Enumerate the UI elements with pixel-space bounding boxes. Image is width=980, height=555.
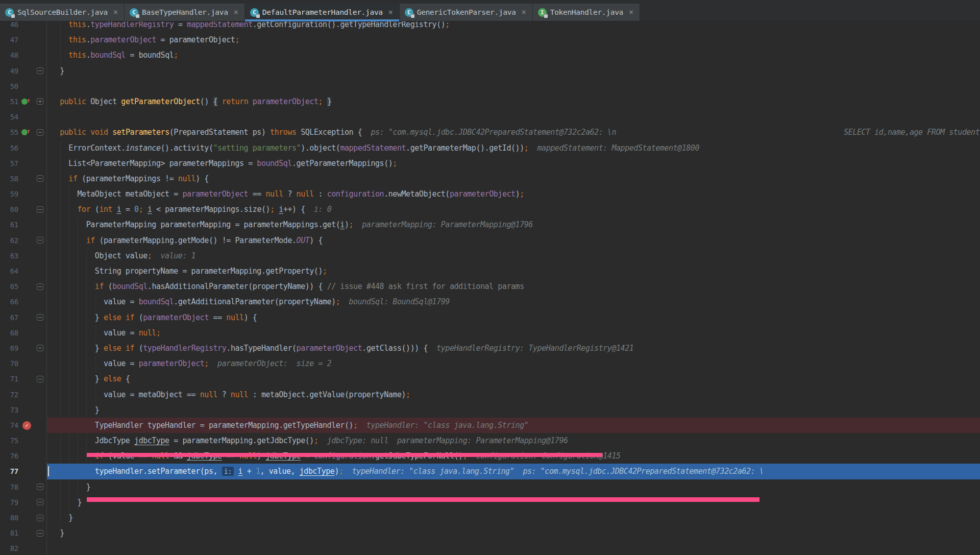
code-line-71[interactable]: 71− } else { xyxy=(0,371,980,387)
code-line-75[interactable]: 75 JdbcType jdbcType = parameterMapping.… xyxy=(0,433,980,448)
code-line-67[interactable]: 67− } else if (parameterObject == null) … xyxy=(0,310,980,325)
line-number[interactable]: 54 xyxy=(0,109,19,125)
code-line-82[interactable]: 82 xyxy=(0,541,980,555)
tab-sqlsourcebuilder-java[interactable]: CSqlSourceBuilder.java× xyxy=(0,4,125,21)
code-line-64[interactable]: 64 String propertyName = parameterMappin… xyxy=(0,263,980,279)
line-number[interactable]: 46 xyxy=(0,21,19,32)
override-method-icon[interactable]: ↑ xyxy=(19,94,35,109)
code-line-56[interactable]: 56 ErrorContext.instance().activity("set… xyxy=(0,140,980,156)
line-number[interactable]: 60 xyxy=(0,202,19,217)
line-number[interactable]: 57 xyxy=(0,156,19,171)
code-line-46[interactable]: 46 this.typeHandlerRegistry = mappedStat… xyxy=(0,21,980,32)
fold-start-icon[interactable]: − xyxy=(35,171,47,186)
tab-basetypehandler-java[interactable]: CBaseTypeHandler.java× xyxy=(125,4,245,21)
line-number[interactable]: 69 xyxy=(0,341,19,356)
fold-end-icon[interactable]: − xyxy=(35,495,47,510)
code-line-72[interactable]: 72 value = metaObject == null ? null : m… xyxy=(0,387,980,402)
code-line-68[interactable]: 68 value = null; xyxy=(0,325,980,341)
code-line-59[interactable]: 59 MetaObject metaObject = parameterObje… xyxy=(0,186,980,202)
line-number[interactable]: 61 xyxy=(0,217,19,232)
code-text[interactable]: List<ParameterMapping> parameterMappings… xyxy=(47,156,980,171)
code-text[interactable]: Object value; value: 1 xyxy=(47,248,980,263)
code-line-54[interactable]: 54 xyxy=(0,109,980,125)
code-text[interactable]: } else { xyxy=(47,371,980,387)
code-text[interactable]: String propertyName = parameterMapping.g… xyxy=(47,263,980,279)
code-line-62[interactable]: 62− if (parameterMapping.getMode() != Pa… xyxy=(0,233,980,248)
line-number[interactable]: 82 xyxy=(0,541,19,555)
code-line-63[interactable]: 63 Object value; value: 1 xyxy=(0,248,980,263)
execution-line[interactable]: 77 typeHandler.setParameter(ps, i: i + 1… xyxy=(0,464,980,479)
code-line-73[interactable]: 73 } xyxy=(0,402,980,418)
code-line-60[interactable]: 60− for (int i = 0; i < parameterMapping… xyxy=(0,202,980,217)
code-text[interactable]: this.boundSql = boundSql; xyxy=(47,47,980,63)
code-text[interactable]: public void setParameters(PreparedStatem… xyxy=(47,125,980,140)
code-editor[interactable]: 46 this.typeHandlerRegistry = mappedStat… xyxy=(0,21,980,555)
line-number[interactable]: 77 xyxy=(0,464,19,479)
tab-tokenhandler-java[interactable]: ITokenHandler.java× xyxy=(533,4,640,21)
line-number[interactable]: 56 xyxy=(0,140,19,156)
code-text[interactable]: JdbcType jdbcType = parameterMapping.get… xyxy=(47,433,980,448)
code-text[interactable]: if (parameterMapping.getMode() != Parame… xyxy=(47,233,980,248)
line-number[interactable]: 76 xyxy=(0,448,19,464)
code-text[interactable]: } xyxy=(47,525,980,541)
line-number[interactable]: 65 xyxy=(0,279,19,294)
line-number[interactable]: 62 xyxy=(0,233,19,248)
code-text[interactable]: this.parameterObject = parameterObject; xyxy=(47,32,980,47)
line-number[interactable]: 67 xyxy=(0,310,19,325)
code-line-65[interactable]: 65− if (boundSql.hasAdditionalParameter(… xyxy=(0,279,980,294)
code-text[interactable] xyxy=(47,79,980,94)
close-icon[interactable]: × xyxy=(522,9,526,16)
line-number[interactable]: 64 xyxy=(0,263,19,279)
breakpoint-line[interactable]: 74✓ TypeHandler typeHandler = parameterM… xyxy=(0,418,980,433)
line-number[interactable]: 55 xyxy=(0,125,19,140)
code-text[interactable]: if (boundSql.hasAdditionalParameter(prop… xyxy=(47,279,980,294)
code-text[interactable]: value = parameterObject; parameterObject… xyxy=(47,356,980,371)
code-text[interactable] xyxy=(47,109,980,125)
line-number[interactable]: 58 xyxy=(0,171,19,186)
line-number[interactable]: 68 xyxy=(0,325,19,341)
code-line-49[interactable]: 49− } xyxy=(0,63,980,79)
line-number[interactable]: 75 xyxy=(0,433,19,448)
code-text[interactable]: value = metaObject == null ? null : meta… xyxy=(47,387,980,402)
fold-end-icon[interactable]: − xyxy=(35,510,47,525)
override-method-icon[interactable]: ↑ xyxy=(19,125,35,140)
code-text[interactable]: } else if (typeHandlerRegistry.hasTypeHa… xyxy=(47,341,980,356)
close-icon[interactable]: × xyxy=(113,9,118,16)
fold-end-icon[interactable]: − xyxy=(35,341,47,356)
line-number[interactable]: 80 xyxy=(0,510,19,525)
line-number[interactable]: 81 xyxy=(0,525,19,541)
code-text[interactable]: } xyxy=(47,402,980,418)
line-number[interactable]: 71 xyxy=(0,371,19,387)
code-line-80[interactable]: 80− } xyxy=(0,510,980,525)
code-line-69[interactable]: 69− } else if (typeHandlerRegistry.hasTy… xyxy=(0,341,980,356)
code-text[interactable]: ParameterMapping parameterMapping = para… xyxy=(47,217,980,232)
fold-end-icon[interactable]: − xyxy=(35,63,47,79)
line-number[interactable]: 49 xyxy=(0,63,19,79)
code-text[interactable]: if (parameterMappings != null) { xyxy=(47,171,980,186)
code-line-55[interactable]: 55↑− public void setParameters(PreparedS… xyxy=(0,125,980,140)
breakpoint-icon[interactable]: ✓ xyxy=(19,418,35,433)
line-number[interactable]: 51 xyxy=(0,94,19,109)
code-line-61[interactable]: 61 ParameterMapping parameterMapping = p… xyxy=(0,217,980,232)
fold-plus-icon[interactable]: + xyxy=(35,94,47,109)
code-line-70[interactable]: 70 value = parameterObject; parameterObj… xyxy=(0,356,980,371)
line-number[interactable]: 79 xyxy=(0,495,19,510)
line-number[interactable]: 72 xyxy=(0,387,19,402)
code-line-51[interactable]: 51↑+ public Object getParameterObject() … xyxy=(0,94,980,109)
code-text[interactable] xyxy=(47,541,980,555)
code-line-47[interactable]: 47 this.parameterObject = parameterObjec… xyxy=(0,32,980,47)
fold-start-icon[interactable]: − xyxy=(35,279,47,294)
tab-defaultparameterhandler-java[interactable]: CDefaultParameterHandler.java× xyxy=(245,4,400,21)
line-number[interactable]: 47 xyxy=(0,32,19,47)
code-line-57[interactable]: 57 List<ParameterMapping> parameterMappi… xyxy=(0,156,980,171)
code-text[interactable]: value = boundSql.getAdditionalParameter(… xyxy=(47,294,980,309)
code-line-81[interactable]: 81− } xyxy=(0,525,980,541)
code-line-50[interactable]: 50 xyxy=(0,79,980,94)
code-line-48[interactable]: 48 this.boundSql = boundSql; xyxy=(0,47,980,63)
code-text[interactable]: } xyxy=(47,479,980,495)
fold-start-icon[interactable]: − xyxy=(35,125,47,140)
fold-start-icon[interactable]: − xyxy=(35,202,47,217)
line-number[interactable]: 66 xyxy=(0,294,19,309)
line-number[interactable]: 50 xyxy=(0,79,19,94)
line-number[interactable]: 63 xyxy=(0,248,19,263)
